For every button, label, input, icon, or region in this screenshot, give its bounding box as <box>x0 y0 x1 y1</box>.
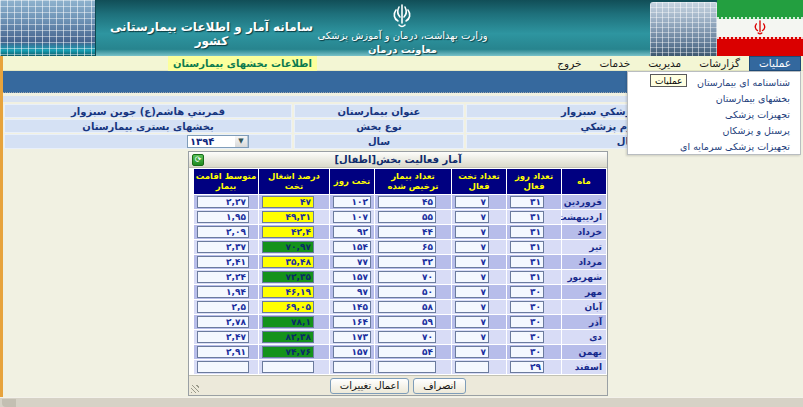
occupancy-percent-input[interactable]: ۴۷ <box>262 196 314 208</box>
refresh-icon[interactable]: ⟳ <box>192 154 204 166</box>
active-beds-input[interactable]: ۷ <box>455 346 489 358</box>
avg-stay-input[interactable] <box>197 361 249 373</box>
active-beds-input[interactable]: ۷ <box>455 271 489 283</box>
occupancy-percent-input[interactable]: ۷۸,۱ <box>262 316 314 328</box>
avg-stay-input[interactable]: ۱,۹۵ <box>197 211 249 223</box>
active-days-input-cell: ۳۱ <box>507 195 561 209</box>
active-days-input[interactable]: ۳۱ <box>510 211 544 223</box>
table-row: بهمن۳۰۷۵۴۱۵۷۷۴,۷۶۲,۹۱ <box>190 345 606 359</box>
active-days-input[interactable]: ۳۱ <box>510 226 544 238</box>
bed-days-input[interactable]: ۱۷۳ <box>333 331 371 343</box>
avg-stay-input[interactable]: ۲,۴۱ <box>197 256 249 268</box>
active-days-input[interactable]: ۳۱ <box>510 256 544 268</box>
active-beds-input[interactable]: ۷ <box>455 316 489 328</box>
occupancy-percent-input[interactable]: ۴۶,۱۹ <box>262 286 314 298</box>
discharged-patients-input[interactable]: ۵۰ <box>378 286 436 298</box>
bed-days-input[interactable]: ۱۴۵ <box>333 301 371 313</box>
active-days-input[interactable]: ۳۱ <box>510 196 544 208</box>
menu-item-2[interactable]: مدیریت <box>639 56 690 71</box>
menu-item-3[interactable]: خدمات <box>590 56 639 71</box>
occupancy-percent-input[interactable]: ۴۹,۳۱ <box>262 211 314 223</box>
bed-days-input[interactable]: ۱۵۴ <box>333 241 371 253</box>
active-beds-input[interactable] <box>455 361 489 373</box>
active-beds-input[interactable]: ۷ <box>455 301 489 313</box>
active-beds-input[interactable]: ۷ <box>455 211 489 223</box>
dropdown-item-4[interactable]: تجهیزات پزشکی سرمایه ای <box>628 139 800 155</box>
active-days-input[interactable]: ۳۰ <box>510 331 544 343</box>
active-beds-input[interactable]: ۷ <box>455 331 489 343</box>
active-days-input[interactable]: ۳۰ <box>510 286 544 298</box>
apply-changes-button[interactable]: اعمال تغییرات <box>330 378 409 394</box>
discharged-patients-input[interactable]: ۷۰ <box>378 271 436 283</box>
active-days-input[interactable]: ۳۱ <box>510 271 544 283</box>
resize-grip[interactable] <box>191 385 199 393</box>
occupancy-percent-input[interactable]: ۴۲,۴ <box>262 226 314 238</box>
discharged-patients-input[interactable]: ۷۰ <box>378 331 436 343</box>
avg-stay-input[interactable]: ۲,۳۷ <box>197 241 249 253</box>
discharged-patients-input[interactable]: ۵۵ <box>378 211 436 223</box>
chevron-down-icon[interactable]: ▼ <box>235 136 248 147</box>
discharged-patients-input[interactable]: ۴۴ <box>378 226 436 238</box>
active-beds-input-cell: ۷ <box>452 195 506 209</box>
avg-stay-input[interactable]: ۲,۲۷ <box>197 196 249 208</box>
active-days-input[interactable]: ۳۰ <box>510 346 544 358</box>
discharged-patients-input[interactable]: ۴۵ <box>378 196 436 208</box>
avg-stay-input[interactable]: ۲,۵ <box>197 301 249 313</box>
active-days-input[interactable]: ۳۱ <box>510 241 544 253</box>
bed-days-input[interactable]: ۱۰۲ <box>333 196 371 208</box>
active-beds-input[interactable]: ۷ <box>455 226 489 238</box>
active-beds-input[interactable]: ۷ <box>455 241 489 253</box>
avg-stay-input[interactable]: ۲,۴۷ <box>197 331 249 343</box>
menu-item-1[interactable]: گزارشات <box>690 56 749 71</box>
occupancy-percent-input-cell: ۷۰,۹۷ <box>259 240 329 254</box>
year-label: سال <box>294 134 464 149</box>
occupancy-percent-input[interactable]: ۷۲,۳۵ <box>262 271 314 283</box>
bed-days-input[interactable]: ۹۲ <box>333 226 371 238</box>
occupancy-percent-input[interactable]: ۷۴,۷۶ <box>262 346 314 358</box>
active-days-input[interactable]: ۳۰ <box>510 316 544 328</box>
bed-days-input[interactable]: ۱۵۷ <box>333 346 371 358</box>
discharged-patients-input[interactable] <box>378 361 436 373</box>
active-days-input[interactable]: ۳۰ <box>510 301 544 313</box>
avg-stay-input[interactable]: ۲,۹۱ <box>197 346 249 358</box>
avg-stay-input[interactable]: ۲,۲۴ <box>197 271 249 283</box>
bed-days-input[interactable]: ۷۷ <box>333 256 371 268</box>
menu-item-0[interactable]: عملیات <box>749 56 801 71</box>
dropdown-item-1[interactable]: بخشهای بیمارستان <box>628 91 800 107</box>
cancel-button[interactable]: انصراف <box>413 378 466 394</box>
bed-days-input[interactable]: ۱۶۴ <box>333 316 371 328</box>
discharged-patients-input[interactable]: ۵۸ <box>378 301 436 313</box>
month-label: آبان <box>562 300 606 314</box>
discharged-patients-input[interactable]: ۵۴ <box>378 346 436 358</box>
occupancy-percent-input[interactable]: ۶۹,۰۵ <box>262 301 314 313</box>
occupancy-percent-input[interactable]: ۳۵,۴۸ <box>262 256 314 268</box>
occupancy-percent-input[interactable]: ۸۲,۳۸ <box>262 331 314 343</box>
table-row: آذر۳۰۷۵۹۱۶۴۷۸,۱۲,۷۸ <box>190 315 606 329</box>
bed-days-input[interactable]: ۱۰۷ <box>333 211 371 223</box>
avg-stay-input[interactable]: ۲,۰۹ <box>197 226 249 238</box>
flag-white-band <box>717 19 803 36</box>
year-select[interactable]: ▼ ۱۳۹۴ <box>187 135 249 148</box>
avg-stay-input[interactable]: ۱,۹۴ <box>197 286 249 298</box>
dropdown-item-3[interactable]: پرسنل و پزشکان <box>628 123 800 139</box>
dropdown-item-2[interactable]: تجهیزات پزشکی <box>628 107 800 123</box>
page-left-accent <box>0 56 3 397</box>
occupancy-percent-input[interactable]: ۷۰,۹۷ <box>262 241 314 253</box>
year-cell: ▼ ۱۳۹۴ <box>4 134 292 149</box>
activity-table: ماهتعداد روز فعالتعداد تخت فعالتعداد بیم… <box>189 168 607 375</box>
bed-days-input[interactable]: ۱۵۷ <box>333 271 371 283</box>
occupancy-percent-input[interactable] <box>262 361 314 373</box>
active-beds-input[interactable]: ۷ <box>455 286 489 298</box>
active-beds-input[interactable]: ۷ <box>455 256 489 268</box>
discharged-patients-input[interactable]: ۵۹ <box>378 316 436 328</box>
bed-days-input[interactable] <box>333 361 371 373</box>
menu-item-4[interactable]: خروج <box>548 56 590 71</box>
panel-footer: انصراف اعمال تغییرات <box>189 375 607 395</box>
active-days-input[interactable]: ۲۹ <box>510 361 544 373</box>
discharged-patients-input[interactable]: ۳۲ <box>378 256 436 268</box>
active-beds-input[interactable]: ۷ <box>455 196 489 208</box>
bed-days-input[interactable]: ۹۷ <box>333 286 371 298</box>
avg-stay-input[interactable]: ۲,۷۸ <box>197 316 249 328</box>
discharged-patients-input[interactable]: ۶۵ <box>378 241 436 253</box>
section-type-label: نوع بخش <box>294 119 464 133</box>
